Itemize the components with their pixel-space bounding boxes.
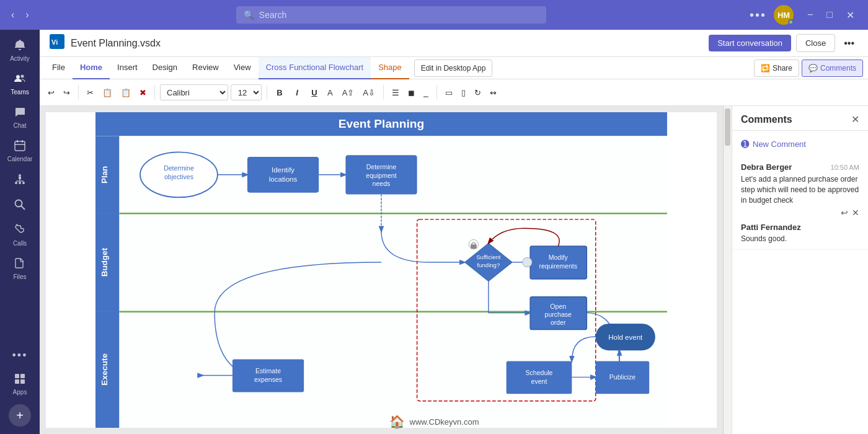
svg-text:Estimate: Estimate [255, 367, 281, 374]
more-label: ••• [12, 349, 28, 362]
text-size-up-button[interactable]: A⇧ [339, 86, 358, 99]
svg-rect-2 [15, 141, 25, 151]
more-options-button[interactable]: ••• [750, 8, 766, 22]
font-color-button[interactable]: A [324, 86, 337, 99]
reply-comment-1: Patti Fernandez Sounds good. [741, 218, 859, 244]
tab-review[interactable]: Review [185, 57, 226, 79]
svg-text:order: order [551, 319, 566, 326]
sidebar-item-search[interactable] [4, 194, 36, 217]
scrollbar-thumb[interactable] [725, 108, 730, 146]
maximize-button[interactable]: □ [820, 7, 839, 24]
svg-text:Hold event: Hold event [608, 334, 643, 341]
bold-button[interactable]: B [272, 84, 287, 100]
svg-text:equipment: equipment [366, 172, 396, 179]
visio-icon: Vi [50, 34, 64, 52]
forward-button[interactable]: › [22, 7, 32, 23]
svg-text:Schedule: Schedule [526, 369, 553, 376]
add-apps-button[interactable]: + [9, 404, 31, 427]
paste-button[interactable]: 📋 [118, 86, 134, 99]
tab-view[interactable]: View [226, 57, 259, 79]
svg-text:Determine: Determine [366, 163, 397, 170]
tab-shape[interactable]: Shape [371, 57, 409, 79]
text-size-down-button[interactable]: A⇩ [360, 86, 378, 99]
svg-text:Plan: Plan [100, 166, 109, 184]
svg-point-1 [21, 75, 24, 78]
nav-arrows: ‹ › [7, 7, 33, 23]
sidebar-item-apps[interactable]: Apps [4, 368, 36, 399]
chat-icon [13, 105, 27, 121]
undo-button[interactable]: ↩ [45, 86, 58, 99]
line-color-button[interactable]: ⎯ [420, 86, 432, 99]
back-button[interactable]: ‹ [7, 7, 18, 23]
sidebar-item-more[interactable]: ••• [4, 345, 36, 366]
diagram-area[interactable]: Event Planning Plan [40, 106, 732, 434]
search-bar[interactable]: 🔍 [236, 6, 546, 24]
ribbon: File Home Insert Design Review View Cros… [40, 57, 868, 106]
svg-text:purchase: purchase [545, 311, 572, 318]
tab-insert[interactable]: Insert [110, 57, 145, 79]
tab-design[interactable]: Design [145, 57, 185, 79]
doc-more-button[interactable]: ••• [840, 35, 858, 51]
online-indicator [788, 19, 794, 25]
tab-cross-functional[interactable]: Cross Functional Flowchart [259, 57, 371, 79]
tab-home[interactable]: Home [73, 57, 110, 79]
sidebar-item-activity[interactable]: Activity [4, 35, 36, 66]
comment-time-1: 10:50 AM [831, 164, 859, 171]
copy-button[interactable]: 📋 [99, 86, 115, 99]
rotate-button[interactable]: ↻ [471, 86, 484, 99]
comment-close-button[interactable]: ✕ [852, 208, 859, 218]
new-comment-button[interactable]: ➊ New Comment [741, 136, 859, 153]
comments-button[interactable]: 💬 Comments [802, 60, 863, 77]
sidebar-item-calls[interactable]: Calls [4, 219, 36, 250]
start-conversation-button[interactable]: Start conversation [709, 35, 791, 51]
doc-title: Event Planning.vsdx [71, 38, 161, 49]
comment-icon: 💬 [808, 64, 818, 73]
delete-button[interactable]: ✖ [136, 86, 149, 99]
main-layout: Activity Teams Chat Calendar [0, 30, 868, 434]
search-icon: 🔍 [244, 10, 254, 20]
svg-rect-43 [247, 157, 319, 193]
italic-button[interactable]: I [290, 84, 304, 100]
avatar[interactable]: HM [774, 5, 794, 25]
tool-separator-4 [383, 85, 384, 100]
svg-text:expenses: expenses [254, 376, 282, 383]
content-area: Vi Event Planning.vsdx Start conversatio… [40, 30, 868, 434]
calls-icon [13, 223, 27, 239]
svg-text:event: event [531, 378, 547, 385]
doc-body: Event Planning Plan [40, 106, 868, 434]
svg-rect-80 [471, 244, 477, 249]
fill-color-button[interactable]: ◼ [405, 86, 418, 99]
cut-button[interactable]: ✂ [84, 86, 97, 99]
arrange-button[interactable]: ▭ [442, 86, 456, 99]
sidebar-item-chat[interactable]: Chat [4, 102, 36, 133]
tool-separator-1 [78, 85, 79, 100]
share-button[interactable]: 🔁 Share [754, 60, 799, 77]
group-button[interactable]: ▯ [458, 86, 469, 99]
sidebar-item-org[interactable] [4, 169, 36, 192]
diagram-scrollbar[interactable] [723, 106, 732, 434]
connector-button[interactable]: ↭ [487, 86, 500, 99]
close-doc-button[interactable]: Close [796, 34, 835, 52]
underline-button[interactable]: U [307, 84, 322, 100]
font-selector[interactable]: Calibri [160, 84, 228, 100]
sidebar-item-teams[interactable]: Teams [4, 68, 36, 99]
titlebar-right: ••• HM − □ ✕ [750, 5, 861, 25]
sidebar-item-files[interactable]: Files [4, 253, 36, 284]
edit-desktop-button[interactable]: Edit in Desktop App [414, 60, 493, 77]
share-icon: 🔁 [761, 64, 770, 73]
redo-button[interactable]: ↪ [60, 86, 73, 99]
close-window-button[interactable]: ✕ [840, 7, 861, 24]
close-comments-button[interactable]: ✕ [851, 113, 859, 125]
svg-text:Execute: Execute [100, 353, 109, 386]
tab-file[interactable]: File [45, 57, 73, 79]
svg-text:funding?: funding? [477, 262, 500, 268]
minimize-button[interactable]: − [801, 7, 819, 24]
align-button[interactable]: ☰ [389, 86, 402, 99]
reply-text-1: Sounds good. [741, 234, 859, 244]
font-size-selector[interactable]: 12 [231, 84, 262, 100]
svg-text:Identify: Identify [272, 166, 294, 174]
titlebar: ‹ › 🔍 ••• HM − □ ✕ [0, 0, 868, 30]
comment-reply-icon[interactable]: ↩ [841, 208, 848, 218]
search-input[interactable] [259, 10, 539, 20]
sidebar-item-calendar[interactable]: Calendar [4, 135, 36, 166]
